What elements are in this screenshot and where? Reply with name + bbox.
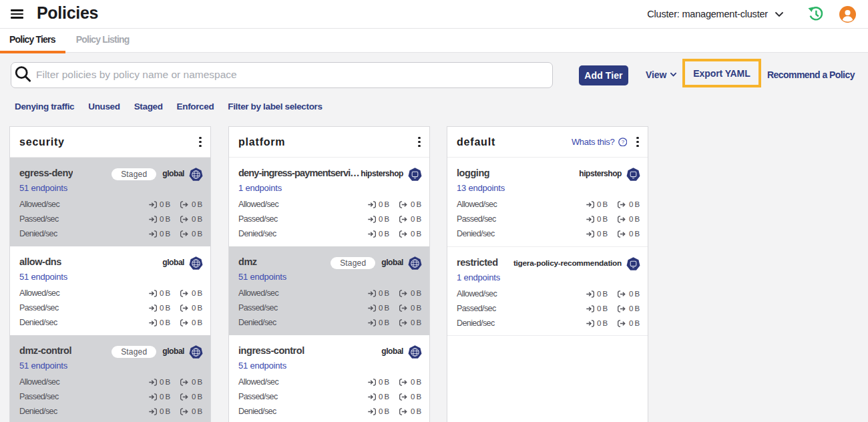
svg-text:?: ?	[621, 139, 624, 145]
